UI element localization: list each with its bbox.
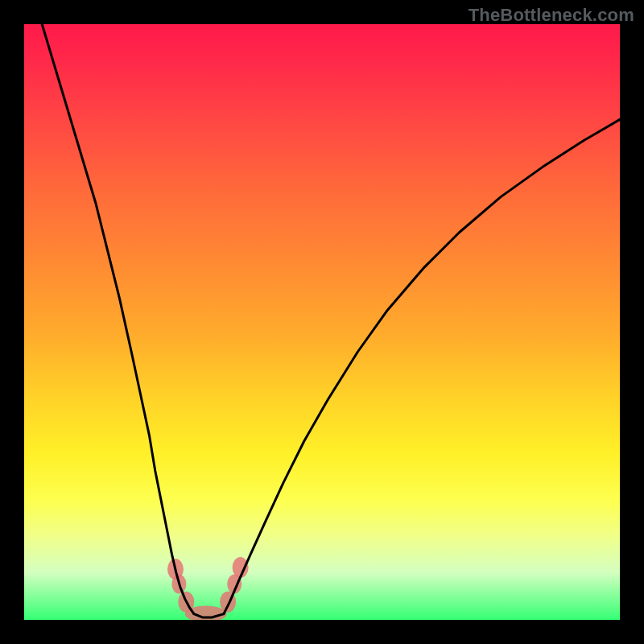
- chart-frame: TheBottleneck.com: [0, 0, 644, 644]
- curve-right: [224, 119, 620, 613]
- curve-layer: [24, 24, 620, 620]
- curve-left: [42, 24, 194, 614]
- watermark-text: TheBottleneck.com: [469, 5, 634, 26]
- plot-area: [24, 24, 620, 620]
